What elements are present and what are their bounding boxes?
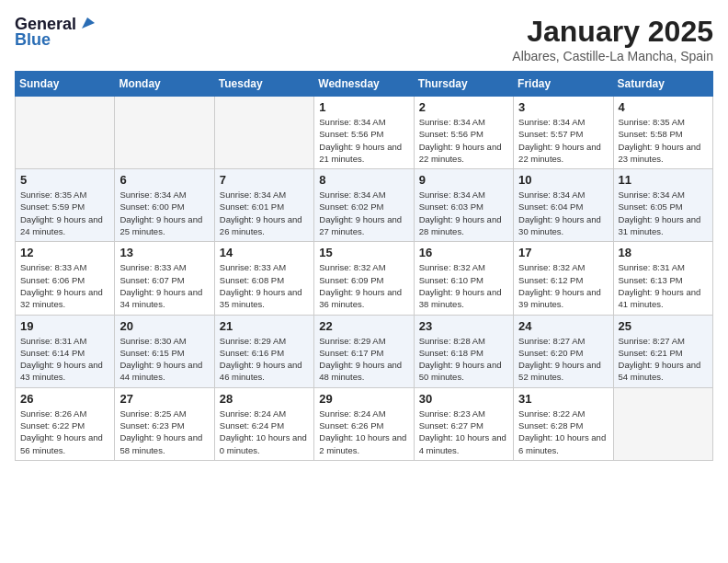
calendar-cell: 5Sunrise: 8:35 AMSunset: 5:59 PMDaylight… xyxy=(16,169,115,242)
day-info: Sunrise: 8:34 AMSunset: 6:05 PMDaylight:… xyxy=(619,189,708,237)
calendar-cell: 1Sunrise: 8:34 AMSunset: 5:56 PMDaylight… xyxy=(314,97,414,169)
day-number: 31 xyxy=(518,392,608,406)
day-number: 21 xyxy=(220,319,309,333)
day-info: Sunrise: 8:32 AMSunset: 6:12 PMDaylight:… xyxy=(518,261,608,310)
calendar-cell: 29Sunrise: 8:24 AMSunset: 6:26 PMDayligh… xyxy=(314,387,414,460)
day-number: 25 xyxy=(619,319,708,333)
calendar-title: January 2025 xyxy=(512,15,713,49)
day-info: Sunrise: 8:34 AMSunset: 6:01 PMDaylight:… xyxy=(220,189,309,237)
calendar-cell: 19Sunrise: 8:31 AMSunset: 6:14 PMDayligh… xyxy=(16,315,115,387)
day-number: 6 xyxy=(119,173,209,187)
calendar-cell: 27Sunrise: 8:25 AMSunset: 6:23 PMDayligh… xyxy=(115,387,214,460)
calendar-cell: 18Sunrise: 8:31 AMSunset: 6:13 PMDayligh… xyxy=(613,242,712,315)
logo-bird-icon xyxy=(78,16,95,32)
day-info: Sunrise: 8:33 AMSunset: 6:07 PMDaylight:… xyxy=(119,261,209,310)
day-number: 9 xyxy=(419,173,508,187)
day-number: 29 xyxy=(319,392,408,406)
calendar-cell: 14Sunrise: 8:33 AMSunset: 6:08 PMDayligh… xyxy=(214,242,313,315)
day-number: 30 xyxy=(419,392,508,406)
calendar-cell: 25Sunrise: 8:27 AMSunset: 6:21 PMDayligh… xyxy=(613,315,712,387)
day-info: Sunrise: 8:29 AMSunset: 6:17 PMDaylight:… xyxy=(319,335,408,384)
day-number: 23 xyxy=(419,319,508,333)
day-info: Sunrise: 8:34 AMSunset: 5:57 PMDaylight:… xyxy=(518,116,608,165)
day-number: 24 xyxy=(518,319,608,333)
calendar-cell: 30Sunrise: 8:23 AMSunset: 6:27 PMDayligh… xyxy=(414,387,513,460)
day-number: 27 xyxy=(119,392,209,406)
calendar-cell: 13Sunrise: 8:33 AMSunset: 6:07 PMDayligh… xyxy=(115,242,214,315)
day-info: Sunrise: 8:31 AMSunset: 6:13 PMDaylight:… xyxy=(619,261,708,310)
day-number: 1 xyxy=(319,100,408,114)
day-number: 18 xyxy=(619,246,708,259)
logo: General Blue xyxy=(15,15,95,50)
calendar-cell xyxy=(16,97,115,169)
day-info: Sunrise: 8:31 AMSunset: 6:14 PMDaylight:… xyxy=(20,335,109,384)
page-header: General Blue January 2025 Albares, Casti… xyxy=(15,15,713,63)
day-info: Sunrise: 8:30 AMSunset: 6:15 PMDaylight:… xyxy=(119,335,209,384)
calendar-cell: 28Sunrise: 8:24 AMSunset: 6:24 PMDayligh… xyxy=(214,387,313,460)
calendar-cell: 20Sunrise: 8:30 AMSunset: 6:15 PMDayligh… xyxy=(115,315,214,387)
calendar-cell: 21Sunrise: 8:29 AMSunset: 6:16 PMDayligh… xyxy=(214,315,313,387)
day-number: 10 xyxy=(518,173,608,187)
calendar-cell: 6Sunrise: 8:34 AMSunset: 6:00 PMDaylight… xyxy=(115,169,214,242)
calendar-table: SundayMondayTuesdayWednesdayThursdayFrid… xyxy=(15,71,713,461)
day-number: 8 xyxy=(319,173,408,187)
day-number: 15 xyxy=(319,246,408,259)
day-info: Sunrise: 8:32 AMSunset: 6:10 PMDaylight:… xyxy=(419,261,508,310)
weekday-header-friday: Friday xyxy=(514,72,613,97)
day-number: 5 xyxy=(20,173,109,187)
logo-blue: Blue xyxy=(15,30,51,50)
weekday-header-tuesday: Tuesday xyxy=(214,72,313,97)
calendar-cell: 12Sunrise: 8:33 AMSunset: 6:06 PMDayligh… xyxy=(16,242,115,315)
day-info: Sunrise: 8:26 AMSunset: 6:22 PMDaylight:… xyxy=(20,408,109,456)
calendar-cell: 15Sunrise: 8:32 AMSunset: 6:09 PMDayligh… xyxy=(314,242,414,315)
day-number: 19 xyxy=(20,319,109,333)
day-number: 22 xyxy=(319,319,408,333)
weekday-header-saturday: Saturday xyxy=(613,72,712,97)
calendar-cell: 9Sunrise: 8:34 AMSunset: 6:03 PMDaylight… xyxy=(414,169,513,242)
weekday-header-monday: Monday xyxy=(115,72,214,97)
day-number: 26 xyxy=(20,392,109,406)
day-info: Sunrise: 8:34 AMSunset: 5:56 PMDaylight:… xyxy=(319,116,408,165)
calendar-cell xyxy=(115,97,214,169)
weekday-header-thursday: Thursday xyxy=(414,72,513,97)
day-number: 11 xyxy=(619,173,708,187)
day-info: Sunrise: 8:33 AMSunset: 6:06 PMDaylight:… xyxy=(20,261,109,310)
day-info: Sunrise: 8:27 AMSunset: 6:20 PMDaylight:… xyxy=(518,335,608,384)
calendar-cell xyxy=(214,97,313,169)
calendar-cell: 3Sunrise: 8:34 AMSunset: 5:57 PMDaylight… xyxy=(514,97,613,169)
day-info: Sunrise: 8:25 AMSunset: 6:23 PMDaylight:… xyxy=(119,408,209,456)
day-info: Sunrise: 8:35 AMSunset: 5:58 PMDaylight:… xyxy=(619,116,708,165)
day-info: Sunrise: 8:24 AMSunset: 6:24 PMDaylight:… xyxy=(220,408,309,456)
calendar-cell: 10Sunrise: 8:34 AMSunset: 6:04 PMDayligh… xyxy=(514,169,613,242)
calendar-cell: 26Sunrise: 8:26 AMSunset: 6:22 PMDayligh… xyxy=(16,387,115,460)
day-number: 13 xyxy=(119,246,209,259)
calendar-cell: 22Sunrise: 8:29 AMSunset: 6:17 PMDayligh… xyxy=(314,315,414,387)
day-info: Sunrise: 8:34 AMSunset: 6:00 PMDaylight:… xyxy=(119,189,209,237)
calendar-cell: 24Sunrise: 8:27 AMSunset: 6:20 PMDayligh… xyxy=(514,315,613,387)
day-number: 16 xyxy=(419,246,508,259)
day-number: 7 xyxy=(220,173,309,187)
calendar-cell: 4Sunrise: 8:35 AMSunset: 5:58 PMDaylight… xyxy=(613,97,712,169)
calendar-cell: 8Sunrise: 8:34 AMSunset: 6:02 PMDaylight… xyxy=(314,169,414,242)
calendar-cell: 7Sunrise: 8:34 AMSunset: 6:01 PMDaylight… xyxy=(214,169,313,242)
day-info: Sunrise: 8:27 AMSunset: 6:21 PMDaylight:… xyxy=(619,335,708,384)
day-info: Sunrise: 8:34 AMSunset: 6:02 PMDaylight:… xyxy=(319,189,408,237)
calendar-cell: 31Sunrise: 8:22 AMSunset: 6:28 PMDayligh… xyxy=(514,387,613,460)
calendar-cell: 16Sunrise: 8:32 AMSunset: 6:10 PMDayligh… xyxy=(414,242,513,315)
day-info: Sunrise: 8:33 AMSunset: 6:08 PMDaylight:… xyxy=(220,261,309,310)
day-number: 20 xyxy=(119,319,209,333)
title-block: January 2025 Albares, Castille-La Mancha… xyxy=(512,15,713,63)
weekday-header-row: SundayMondayTuesdayWednesdayThursdayFrid… xyxy=(16,72,713,97)
day-info: Sunrise: 8:23 AMSunset: 6:27 PMDaylight:… xyxy=(419,408,508,456)
day-info: Sunrise: 8:34 AMSunset: 5:56 PMDaylight:… xyxy=(419,116,508,165)
calendar-cell: 23Sunrise: 8:28 AMSunset: 6:18 PMDayligh… xyxy=(414,315,513,387)
day-info: Sunrise: 8:24 AMSunset: 6:26 PMDaylight:… xyxy=(319,408,408,456)
day-number: 17 xyxy=(518,246,608,259)
day-info: Sunrise: 8:29 AMSunset: 6:16 PMDaylight:… xyxy=(220,335,309,384)
day-number: 28 xyxy=(220,392,309,406)
day-info: Sunrise: 8:35 AMSunset: 5:59 PMDaylight:… xyxy=(20,189,109,237)
day-info: Sunrise: 8:32 AMSunset: 6:09 PMDaylight:… xyxy=(319,261,408,310)
calendar-week-row: 26Sunrise: 8:26 AMSunset: 6:22 PMDayligh… xyxy=(16,387,713,460)
day-info: Sunrise: 8:34 AMSunset: 6:04 PMDaylight:… xyxy=(518,189,608,237)
calendar-cell: 2Sunrise: 8:34 AMSunset: 5:56 PMDaylight… xyxy=(414,97,513,169)
